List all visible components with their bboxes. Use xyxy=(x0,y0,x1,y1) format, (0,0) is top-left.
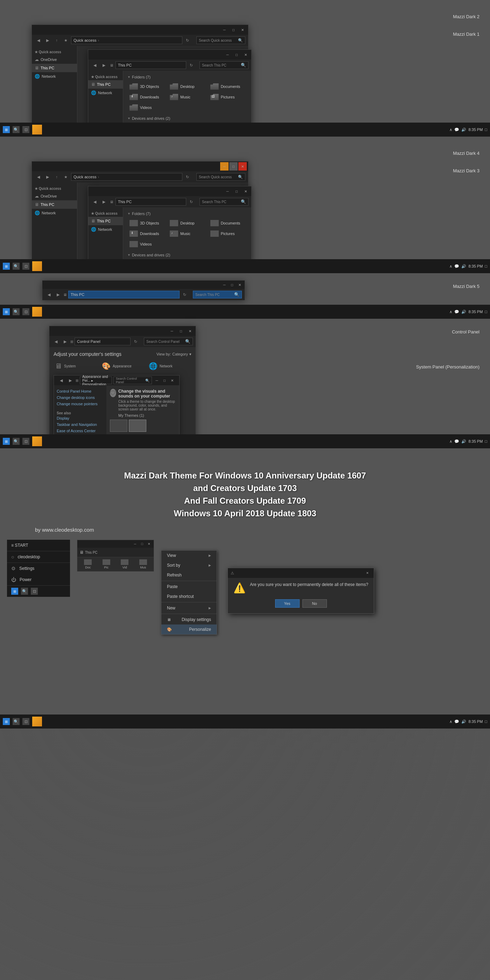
dialog-no-btn[interactable]: No xyxy=(302,599,327,608)
person-display-link[interactable]: Display xyxy=(57,415,104,422)
inner-refresh-btn[interactable]: ↻ xyxy=(188,62,195,68)
inner2-back[interactable]: ◀ xyxy=(91,198,99,205)
person-address[interactable]: Appearance and Per... ▸ Personalization xyxy=(80,377,112,384)
cp-icon-appearance[interactable]: 🎨 Appearance xyxy=(100,360,144,372)
inner2-max[interactable]: □ xyxy=(232,187,241,196)
inner-minimize-btn[interactable]: ─ xyxy=(223,51,232,59)
search-icon-tb1[interactable]: 🔍 xyxy=(13,126,20,133)
dark5-max[interactable]: □ xyxy=(228,281,236,288)
taskview-icon-tb2[interactable]: ⊡ xyxy=(22,262,29,270)
inner-address-bar[interactable]: This PC xyxy=(116,61,186,69)
folder-icon-tb5[interactable] xyxy=(32,717,42,726)
mini-min[interactable]: ─ xyxy=(132,541,138,547)
ctx-sortby[interactable]: Sort by xyxy=(161,560,217,570)
cp-refresh[interactable]: ↻ xyxy=(132,338,139,345)
inner2-refresh[interactable]: ↻ xyxy=(188,198,195,205)
back-btn[interactable]: ◀ xyxy=(35,37,42,44)
theme-preview-2[interactable] xyxy=(129,420,146,432)
person-ease-link[interactable]: Ease of Access Center xyxy=(57,428,104,434)
cp-icon-network[interactable]: 🌐 Network xyxy=(147,360,192,372)
up-btn[interactable]: ↑ xyxy=(53,37,60,44)
inner-close-btn[interactable]: ✕ xyxy=(241,51,250,59)
person-icons-link[interactable]: Change desktop icons xyxy=(57,395,104,401)
folder-icon-tb1[interactable] xyxy=(32,125,42,135)
folder-videos[interactable]: Videos xyxy=(127,103,166,112)
start-taskview-icon[interactable]: ⊡ xyxy=(31,588,38,595)
cp-search[interactable]: Search Control Panel 🔍 xyxy=(144,338,193,345)
thispc-item[interactable]: 🖥 This PC xyxy=(32,64,77,72)
mini-item-1[interactable]: Doc xyxy=(79,559,97,569)
inner-forward-btn[interactable]: ▶ xyxy=(100,61,108,69)
inner-network-item[interactable]: 🌐 Network xyxy=(88,89,123,97)
person-min[interactable]: ─ xyxy=(153,377,160,384)
folder-music[interactable]: ♪ Music xyxy=(168,92,206,102)
start-btn-5[interactable]: ⊞ xyxy=(3,718,10,725)
f2-3dobjects[interactable]: 3D Objects xyxy=(127,218,166,228)
cp-max[interactable]: □ xyxy=(177,327,185,335)
taskview-icon-tb4[interactable]: ⊡ xyxy=(22,438,29,445)
cp-close[interactable]: ✕ xyxy=(186,327,194,335)
ctx-personalize[interactable]: 🎨 Personalize xyxy=(161,625,217,634)
inner2-address[interactable]: This PC xyxy=(116,198,186,205)
ctx-new[interactable]: New xyxy=(161,603,217,613)
start-btn-3[interactable]: ⊞ xyxy=(3,308,10,315)
network2-item[interactable]: 🌐 Network xyxy=(32,209,77,217)
maximize-btn[interactable]: □ xyxy=(229,25,238,34)
dark5-back[interactable]: ◀ xyxy=(45,291,53,298)
folder-icon-tb3[interactable] xyxy=(32,307,42,317)
forward-btn[interactable]: ▶ xyxy=(44,37,51,44)
person-mouse-link[interactable]: Change mouse pointers xyxy=(57,401,104,407)
outer2-address-bar[interactable]: Quick access › xyxy=(71,173,182,181)
theme-preview-1[interactable] xyxy=(110,420,127,432)
f2-pictures[interactable]: Pictures xyxy=(208,229,247,238)
search-icon-tb4[interactable]: 🔍 xyxy=(13,438,20,445)
star-btn[interactable]: ★ xyxy=(62,37,70,44)
dark5-search[interactable]: Search This PC 🔍 xyxy=(193,291,242,298)
min-btn2[interactable]: ─ xyxy=(220,162,228,170)
mini-close[interactable]: ✕ xyxy=(146,541,152,547)
person-back[interactable]: ◀ xyxy=(57,377,65,384)
inner-thispc-item[interactable]: 🖥 This PC xyxy=(88,80,123,89)
person-close[interactable]: ✕ xyxy=(169,377,176,384)
folder-documents[interactable]: Documents xyxy=(208,82,247,91)
taskview-icon-tb3[interactable]: ⊡ xyxy=(22,308,29,315)
ctx-refresh[interactable]: Refresh xyxy=(161,570,217,580)
search-icon-tb3[interactable]: 🔍 xyxy=(13,308,20,315)
inner2-search[interactable]: Search This PC 🔍 xyxy=(200,198,249,205)
person-max[interactable]: □ xyxy=(161,377,168,384)
taskview-icon-tb1[interactable]: ⊡ xyxy=(22,126,29,133)
inner2-min[interactable]: ─ xyxy=(223,187,232,196)
network-item[interactable]: 🌐 Network xyxy=(32,72,77,81)
thispc2-item[interactable]: 🖥 This PC xyxy=(32,200,77,209)
dark5-address[interactable]: This PC xyxy=(68,291,179,298)
ctx-paste-shortcut[interactable]: Paste shortcut xyxy=(161,592,217,601)
ctx-view[interactable]: View xyxy=(161,550,217,560)
outer2-search-box[interactable]: Search Quick access 🔍 xyxy=(197,173,245,181)
inner-search-box[interactable]: Search This PC 🔍 xyxy=(200,61,249,69)
person-home-link[interactable]: Control Panel Home xyxy=(57,388,104,395)
folder-pictures[interactable]: 🖼 Pictures xyxy=(208,92,247,102)
max-btn2[interactable]: □ xyxy=(229,162,238,170)
back-btn2[interactable]: ◀ xyxy=(35,173,42,181)
person-taskbar-link[interactable]: Taskbar and Navigation xyxy=(57,422,104,428)
folder-desktop[interactable]: Desktop xyxy=(168,82,206,91)
start-win-btn[interactable]: ⊞ xyxy=(11,588,18,595)
f2-downloads[interactable]: ⬇Downloads xyxy=(127,229,166,238)
person-fwd[interactable]: ▶ xyxy=(67,377,74,384)
start-item-cleo[interactable]: ○ cleodesktop xyxy=(7,551,70,563)
mini-item-4[interactable]: Mus xyxy=(135,559,152,569)
mini-item-3[interactable]: Vid xyxy=(116,559,133,569)
inner2-thispc[interactable]: 🖥 This PC xyxy=(88,217,123,225)
close-btn2[interactable]: ✕ xyxy=(238,162,247,170)
search-icon-tb2[interactable]: 🔍 xyxy=(13,262,20,270)
dialog-yes-btn[interactable]: Yes xyxy=(275,599,300,608)
f2-documents[interactable]: Documents xyxy=(208,218,247,228)
star-btn2[interactable]: ★ xyxy=(62,173,70,181)
folder-downloads[interactable]: ⬇ Downloads xyxy=(127,92,166,102)
start-item-power[interactable]: ⏻ Power xyxy=(7,574,70,585)
f2-videos[interactable]: Videos xyxy=(127,240,166,249)
dialog-close[interactable]: ✕ xyxy=(364,570,371,576)
ctx-display[interactable]: 🖥 Display settings xyxy=(161,615,217,625)
inner-maximize-btn[interactable]: □ xyxy=(232,51,241,59)
person-search[interactable]: Search Control Panel 🔍 xyxy=(113,377,152,384)
